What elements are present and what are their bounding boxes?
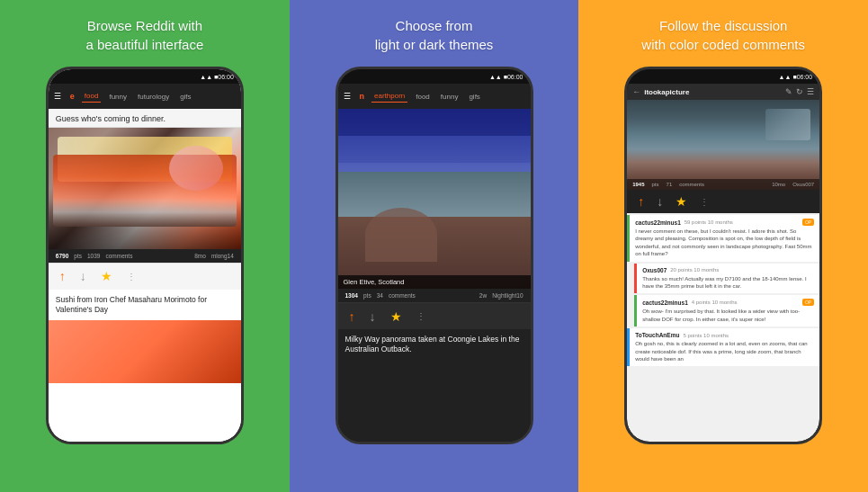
panel-themes: Choose from light or dark themes ▲▲ ■ 06… — [290, 0, 579, 492]
nav-letter-1[interactable]: e — [70, 92, 75, 101]
comment-user-1: Oxus007 — [642, 267, 667, 273]
edit-icon[interactable]: ✎ — [785, 87, 792, 96]
panel-3-title: Follow the discussion with color coded c… — [641, 16, 805, 54]
comment-user-2: cactus22minus1 — [642, 300, 688, 306]
panel-comments: Follow the discussion with color coded c… — [578, 0, 868, 492]
comment-post-header: ← itookapicture ✎ ↻ ☰ — [627, 84, 819, 100]
comment-image-meta: 1945 pts 71 comments 10mo Oxus007 — [627, 179, 819, 190]
refresh-icon[interactable]: ↻ — [796, 87, 803, 96]
post-actions-1: ↑ ↓ ★ ⋮ — [49, 263, 241, 290]
back-icon[interactable]: ← — [632, 87, 640, 96]
comment-post-user: Oxus007 — [792, 182, 814, 187]
nav-tabs-1: ☰ e food funny futurology gifs — [49, 84, 241, 109]
comment-post-time: 10mo — [772, 182, 785, 187]
status-time-2: 06:00 — [507, 74, 523, 80]
subreddit-title: itookapicture — [644, 88, 782, 96]
comment-post-pts: 1945 — [632, 182, 644, 187]
comment-pts-1: 20 points 10 months — [670, 267, 719, 273]
post-actions-2: ↑ ↓ ★ ⋮ — [338, 302, 531, 329]
nav-tab-earthporn[interactable]: earthporn — [371, 90, 407, 103]
post-time-1: 8mo — [194, 253, 206, 259]
status-signal-3: ▲▲ ■ — [779, 74, 797, 80]
comment-post-pts-label: pts — [652, 182, 659, 187]
comment-text-2: Oh wow- I'm surprised by that. It looked… — [642, 308, 814, 323]
comment-item-3: ToTouchAnEmu 5 points 10 months Oh gosh … — [627, 328, 819, 366]
comment-pts-3: 5 points 10 months — [683, 333, 729, 338]
post-header-icons: ✎ ↻ ☰ — [785, 87, 814, 96]
upvote-icon-3[interactable]: ↑ — [638, 194, 644, 209]
comment-user-0: cactus22minus1 — [635, 219, 681, 226]
nav-letter-2[interactable]: n — [360, 92, 365, 101]
status-bar-3: ▲▲ ■ 06:00 — [627, 69, 819, 84]
post-comments-label-2: comments — [389, 292, 416, 299]
upvote-icon-2[interactable]: ↑ — [349, 309, 355, 324]
post-card-2: Glen Etive, Scotland 1304 pts 34 comment… — [338, 109, 531, 442]
post-user-2: Nightlight10 — [492, 292, 523, 299]
more-icon-3[interactable]: ⋮ — [700, 197, 709, 207]
comment-text-3: Oh gosh no, this is clearly zoomed in a … — [635, 340, 814, 362]
phone-2: ▲▲ ■ 06:00 ☰ n earthporn food funny gifs — [336, 67, 533, 444]
nav-tabs-2: ☰ n earthporn food funny gifs — [338, 84, 531, 109]
comment-text-1: Thanks so much! Actually was my D7100 an… — [642, 275, 814, 291]
downvote-icon-3[interactable]: ↓ — [657, 194, 663, 209]
downvote-icon-1[interactable]: ↓ — [80, 269, 86, 283]
post-card-1: Guess who's coming to dinner. 6790 pts 1… — [49, 109, 241, 442]
comment-item-2: cactus22minus1 4 points 10 months OP Oh … — [634, 295, 819, 327]
comments-list: cactus22minus1 59 points 10 months OP I … — [627, 213, 819, 442]
panel-browse: Browse Reddit with a beautiful interface… — [0, 0, 290, 492]
more-icon-2[interactable]: ⋮ — [416, 311, 425, 321]
comment-pts-2: 4 points 10 months — [692, 300, 738, 305]
comment-post-image: 1945 pts 71 comments 10mo Oxus007 — [627, 100, 819, 190]
star-icon-2[interactable]: ★ — [390, 309, 402, 324]
post-image-2[interactable]: Glen Etive, Scotland — [338, 109, 531, 289]
comment-item-1: Oxus007 20 points 10 months Thanks so mu… — [634, 264, 819, 294]
nav-tab-futurology[interactable]: futurology — [135, 91, 172, 103]
post-title-bottom-2: Milky Way panorama taken at Coongie Lake… — [338, 329, 531, 360]
post-pts-label-2: pts — [363, 292, 371, 299]
post-pts-1: 6790 — [56, 253, 68, 259]
comment-post-comments-label: comments — [679, 182, 704, 187]
comment-pts-0: 59 points 10 months — [685, 219, 733, 225]
hamburger-icon-2[interactable]: ☰ — [344, 92, 351, 101]
more-icon-1[interactable]: ⋮ — [127, 272, 136, 282]
comment-header-1: Oxus007 20 points 10 months — [642, 267, 814, 273]
phone-3: ▲▲ ■ 06:00 ← itookapicture ✎ ↻ ☰ 1945 — [624, 67, 822, 444]
post-title-bar-1: Guess who's coming to dinner. — [49, 109, 241, 128]
post-pts-label-1: pts — [74, 253, 82, 259]
comment-header-3: ToTouchAnEmu 5 points 10 months — [635, 332, 814, 338]
post-comments-2: 34 — [377, 292, 383, 299]
comment-item-0: cactus22minus1 59 points 10 months OP I … — [627, 215, 819, 262]
phone-1: ▲▲ ■ 06:00 ☰ e food funny futurology gif… — [46, 67, 244, 444]
comment-post-comments: 71 — [667, 182, 673, 187]
downvote-icon-2[interactable]: ↓ — [370, 309, 376, 324]
status-signal-2: ▲▲ ■ — [489, 74, 507, 80]
star-icon-3[interactable]: ★ — [676, 194, 687, 209]
status-time-3: 06:00 — [797, 74, 813, 80]
nav-tab-food-2[interactable]: food — [413, 91, 433, 103]
comment-user-3: ToTouchAnEmu — [635, 332, 679, 338]
comment-badge-2: OP — [802, 299, 814, 306]
nav-tab-gifs-2[interactable]: gifs — [466, 91, 482, 103]
panel-2-title: Choose from light or dark themes — [375, 16, 494, 54]
panel-1-title: Browse Reddit with a beautiful interface — [85, 16, 203, 54]
post-meta-2: 1304 pts 34 comments 2w Nightlight10 — [338, 289, 531, 302]
nav-tab-gifs-1[interactable]: gifs — [177, 91, 193, 103]
nav-tab-funny-1[interactable]: funny — [106, 91, 130, 103]
status-bar-1: ▲▲ ■ 06:00 — [49, 69, 241, 84]
post-comments-1: 1039 — [87, 253, 100, 259]
nav-tab-funny-2[interactable]: funny — [438, 91, 461, 103]
comment-actions: ↑ ↓ ★ ⋮ — [627, 190, 819, 213]
upvote-icon-1[interactable]: ↑ — [59, 269, 66, 283]
post-user-1: mlong14 — [211, 253, 234, 259]
location-bar: Glen Etive, Scotland — [338, 275, 531, 289]
filter-icon[interactable]: ☰ — [807, 87, 814, 96]
comment-header-2: cactus22minus1 4 points 10 months OP — [642, 299, 814, 306]
status-signal: ▲▲ ■ — [200, 74, 218, 80]
nav-tab-food-1[interactable]: food — [82, 90, 102, 103]
comment-header-0: cactus22minus1 59 points 10 months OP — [635, 219, 814, 226]
hamburger-icon-1[interactable]: ☰ — [54, 92, 61, 101]
post-pts-2: 1304 — [345, 292, 358, 299]
post-image-1[interactable] — [49, 128, 241, 249]
star-icon-1[interactable]: ★ — [101, 269, 112, 283]
status-time-1: 06:00 — [218, 74, 234, 80]
